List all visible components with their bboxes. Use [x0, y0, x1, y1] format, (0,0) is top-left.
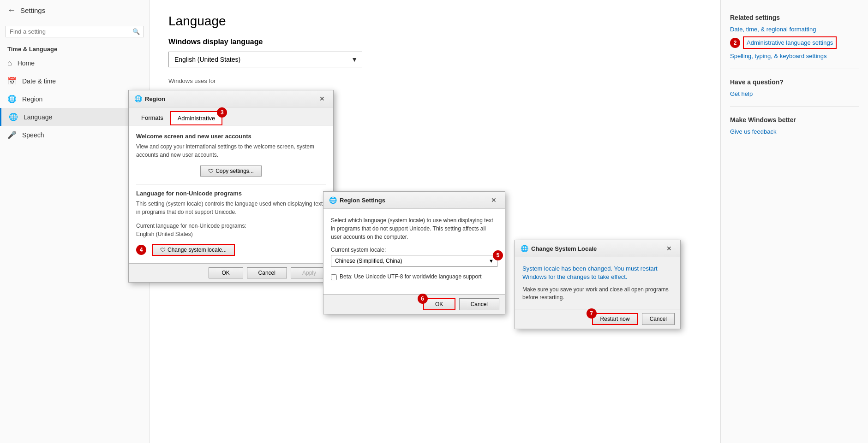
- dialog-rs-body: Select which language (system locale) to…: [323, 209, 505, 294]
- csl-sub-text: Make sure you save your work and close a…: [522, 286, 673, 301]
- dialog-rs-titlebar: 🌐 Region Settings ✕: [323, 192, 505, 209]
- sidebar-item-language-label: Language: [24, 113, 52, 121]
- have-question-title: Have a question?: [730, 78, 859, 86]
- sidebar-item-region-label: Region: [22, 95, 42, 103]
- shield-icon: 🛡: [208, 168, 214, 174]
- dialog-region-settings[interactable]: 🌐 Region Settings ✕ Select which languag…: [323, 191, 505, 314]
- dialog-rs-title: 🌐 Region Settings: [329, 196, 385, 204]
- dialog-region-ok[interactable]: OK: [209, 267, 243, 278]
- dialog-region-footer: OK Cancel Apply: [129, 263, 333, 282]
- dialog-csl-title: 🌐 Change System Locale: [521, 245, 597, 252]
- csl-dialog-icon: 🌐: [521, 245, 528, 252]
- page-title: Language: [168, 14, 702, 29]
- language-dropdown-wrapper: English (United States) ▼: [168, 52, 362, 67]
- dialog-csl[interactable]: 🌐 Change System Locale ✕ System locale h…: [515, 240, 681, 329]
- beta-label: Beta: Use Unicode UTF-8 for worldwide la…: [340, 273, 482, 280]
- dialog-region[interactable]: 🌐 Region ✕ Formats Administrative 3 Welc…: [128, 90, 334, 283]
- copy-settings-button[interactable]: 🛡 Copy settings...: [200, 165, 262, 177]
- rs-locale-label: Current system locale:: [331, 247, 497, 253]
- dialog-region-title: 🌐 Region: [134, 95, 165, 102]
- calendar-icon: 📅: [7, 77, 17, 85]
- restart-now-button[interactable]: Restart now: [592, 313, 638, 325]
- step-7-badge: 7: [587, 308, 597, 319]
- dialog-csl-titlebar: 🌐 Change System Locale ✕: [515, 240, 680, 257]
- rs-dialog-icon: 🌐: [329, 196, 337, 204]
- search-box: 🔍: [6, 26, 144, 37]
- dialog-rs-footer: OK 6 Cancel: [323, 294, 505, 314]
- nav-section-label: Time & Language: [0, 42, 150, 54]
- sidebar-item-home[interactable]: ⌂ Home: [0, 54, 150, 72]
- link-date-time[interactable]: Date, time, & regional formatting: [730, 26, 859, 33]
- dialog-separator: [136, 184, 326, 184]
- search-icon: 🔍: [132, 28, 140, 35]
- dialog-region-apply[interactable]: Apply: [291, 267, 328, 278]
- step-3-badge: 3: [217, 107, 227, 118]
- rs-locale-select-wrapper: Chinese (Simplified, China) ▼ 5: [331, 255, 497, 267]
- sidebar-item-speech[interactable]: 🎤 Speech: [0, 126, 150, 144]
- dialog-csl-close[interactable]: ✕: [664, 244, 675, 253]
- welcome-screen-title: Welcome screen and new user accounts: [136, 133, 326, 140]
- sidebar-header: ← Settings: [0, 0, 150, 21]
- step-2-badge: 2: [730, 38, 740, 48]
- dialog-csl-body: System locale has been changed. You must…: [515, 257, 680, 309]
- back-button[interactable]: ←: [7, 6, 16, 15]
- description-text: Windows uses for: [168, 77, 445, 86]
- shield2-icon: 🛡: [160, 247, 166, 253]
- sidebar-item-language[interactable]: 🌐 Language 1: [0, 108, 150, 126]
- tab-formats[interactable]: Formats: [134, 111, 170, 125]
- make-windows-title: Make Windows better: [730, 116, 859, 124]
- sidebar-item-region[interactable]: 🌐 Region: [0, 90, 150, 108]
- dialog-region-body: Welcome screen and new user accounts Vie…: [129, 125, 333, 263]
- welcome-screen-desc: View and copy your international setting…: [136, 142, 326, 159]
- link-feedback[interactable]: Give us feedback: [730, 128, 859, 135]
- sidebar-item-speech-label: Speech: [22, 131, 44, 139]
- tab-administrative[interactable]: Administrative 3: [170, 111, 223, 125]
- microphone-icon: 🎤: [7, 130, 17, 139]
- dialog-csl-cancel[interactable]: Cancel: [642, 313, 675, 325]
- language-icon: 🌐: [9, 112, 18, 121]
- current-language-label: Current language for non-Unicode program…: [136, 223, 326, 229]
- step-6-badge: 6: [418, 294, 428, 304]
- separator-2: [730, 106, 859, 107]
- language-dropdown[interactable]: English (United States): [168, 52, 362, 67]
- non-unicode-desc: This setting (system locale) controls th…: [136, 200, 326, 216]
- link-admin[interactable]: Administrative language settings: [743, 36, 837, 49]
- globe-icon: 🌐: [7, 95, 17, 103]
- dialog-region-close[interactable]: ✕: [317, 94, 328, 103]
- beta-checkbox[interactable]: [331, 274, 337, 280]
- windows-display-language-label: Windows display language: [168, 38, 702, 46]
- separator-1: [730, 69, 859, 69]
- dialog-rs-ok[interactable]: OK: [423, 298, 455, 310]
- copy-settings-row: 🛡 Copy settings...: [136, 165, 326, 177]
- dialog-region-cancel[interactable]: Cancel: [247, 267, 287, 278]
- sidebar-item-date-time[interactable]: 📅 Date & time: [0, 72, 150, 90]
- change-locale-button[interactable]: 🛡 Change system locale...: [152, 244, 235, 256]
- sidebar-item-home-label: Home: [18, 59, 35, 67]
- current-language-value: English (United States): [136, 231, 326, 237]
- dialog-rs-close[interactable]: ✕: [488, 195, 499, 205]
- dialog-region-titlebar: 🌐 Region ✕: [129, 90, 333, 107]
- region-dialog-icon: 🌐: [134, 95, 142, 102]
- non-unicode-title: Language for non-Unicode programs: [136, 190, 326, 197]
- link-spelling[interactable]: Spelling, typing, & keyboard settings: [730, 53, 859, 59]
- right-panel: Related settings Date, time, & regional …: [720, 0, 868, 443]
- search-input[interactable]: [10, 28, 132, 35]
- related-settings-title: Related settings: [730, 14, 859, 21]
- dialog-region-tabs: Formats Administrative 3: [129, 107, 333, 125]
- dialog-rs-cancel[interactable]: Cancel: [459, 298, 499, 310]
- step-5-badge: 5: [493, 250, 503, 260]
- step-4-badge: 4: [136, 245, 146, 255]
- beta-checkbox-row: Beta: Use Unicode UTF-8 for worldwide la…: [331, 273, 497, 280]
- sidebar-title: Settings: [20, 6, 45, 14]
- sidebar: ← Settings 🔍 Time & Language ⌂ Home 📅 Da…: [0, 0, 150, 443]
- sidebar-item-date-time-label: Date & time: [22, 77, 56, 85]
- home-icon: ⌂: [7, 59, 12, 67]
- csl-main-text: System locale has been changed. You must…: [522, 265, 673, 281]
- link-get-help[interactable]: Get help: [730, 90, 859, 97]
- dialog-csl-footer: Restart now 7 Cancel: [515, 309, 680, 329]
- rs-desc: Select which language (system locale) to…: [331, 216, 497, 241]
- rs-locale-select[interactable]: Chinese (Simplified, China): [331, 255, 497, 267]
